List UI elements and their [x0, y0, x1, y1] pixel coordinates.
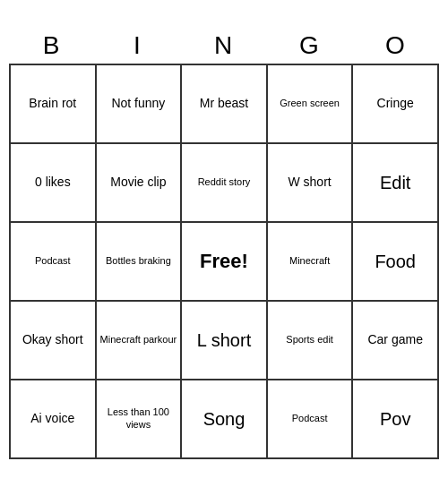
cell-text-r2-c4: Food — [375, 251, 416, 273]
cell-text-r0-c2: Mr beast — [200, 96, 248, 112]
bingo-cell-r1-c2: Reddit story — [182, 144, 268, 223]
bingo-cell-r4-c2: Song — [182, 380, 268, 459]
bingo-cell-r0-c3: Green screen — [268, 65, 354, 144]
bingo-card: BINGO Brain rotNot funnyMr beastGreen sc… — [9, 28, 439, 459]
cell-text-r4-c2: Song — [203, 408, 246, 431]
bingo-grid: Brain rotNot funnyMr beastGreen screenCr… — [9, 64, 439, 459]
bingo-cell-r2-c0: Podcast — [11, 223, 97, 302]
cell-text-r0-c0: Brain rot — [29, 96, 76, 112]
cell-text-r0-c1: Not funny — [111, 96, 165, 112]
bingo-cell-r1-c4: Edit — [353, 144, 439, 223]
bingo-cell-r3-c0: Okay short — [11, 302, 97, 380]
cell-text-r4-c0: Ai voice — [30, 411, 74, 427]
header-letter-g: G — [267, 28, 353, 64]
bingo-cell-r0-c0: Brain rot — [11, 65, 97, 144]
cell-text-r1-c2: Reddit story — [198, 176, 251, 189]
bingo-cell-r2-c2: Free! — [182, 223, 268, 302]
bingo-cell-r4-c1: Less than 100 views — [97, 380, 183, 459]
bingo-cell-r4-c3: Podcast — [268, 380, 354, 459]
bingo-cell-r2-c4: Food — [353, 223, 439, 302]
cell-text-r1-c3: W short — [288, 175, 331, 191]
bingo-cell-r1-c0: 0 likes — [11, 144, 97, 223]
cell-text-r1-c0: 0 likes — [35, 175, 71, 191]
bingo-cell-r1-c3: W short — [268, 144, 354, 223]
bingo-cell-r4-c4: Pov — [353, 380, 439, 459]
cell-text-r3-c0: Okay short — [22, 332, 83, 348]
cell-text-r1-c4: Edit — [380, 172, 410, 194]
bingo-cell-r2-c1: Bottles braking — [97, 223, 183, 302]
cell-text-r4-c1: Less than 100 views — [100, 406, 177, 431]
cell-text-r2-c2: Free! — [200, 249, 248, 274]
bingo-cell-r4-c0: Ai voice — [11, 380, 97, 459]
bingo-cell-r3-c3: Sports edit — [268, 302, 354, 380]
bingo-cell-r2-c3: Minecraft — [268, 223, 354, 302]
cell-text-r3-c3: Sports edit — [286, 334, 333, 346]
cell-text-r3-c4: Car game — [367, 332, 422, 348]
cell-text-r4-c3: Podcast — [292, 413, 328, 425]
bingo-cell-r0-c2: Mr beast — [182, 65, 268, 144]
cell-text-r2-c3: Minecraft — [289, 255, 330, 268]
header-letter-o: O — [353, 28, 439, 64]
cell-text-r3-c1: Minecraft parkour — [100, 334, 177, 346]
bingo-cell-r1-c1: Movie clip — [97, 144, 183, 223]
bingo-cell-r3-c2: L short — [182, 302, 268, 380]
bingo-header: BINGO — [9, 28, 439, 64]
cell-text-r1-c1: Movie clip — [110, 175, 166, 191]
cell-text-r2-c0: Podcast — [35, 255, 71, 268]
cell-text-r0-c4: Cringe — [377, 96, 414, 112]
header-letter-b: B — [9, 28, 95, 64]
cell-text-r3-c2: L short — [197, 329, 251, 352]
cell-text-r2-c1: Bottles braking — [106, 255, 171, 268]
cell-text-r0-c3: Green screen — [280, 98, 340, 110]
bingo-cell-r3-c1: Minecraft parkour — [97, 302, 183, 380]
bingo-cell-r0-c1: Not funny — [97, 65, 183, 144]
bingo-cell-r3-c4: Car game — [353, 302, 439, 380]
header-letter-n: N — [181, 28, 267, 64]
header-letter-i: I — [95, 28, 181, 64]
bingo-cell-r0-c4: Cringe — [353, 65, 439, 144]
cell-text-r4-c4: Pov — [380, 408, 410, 431]
